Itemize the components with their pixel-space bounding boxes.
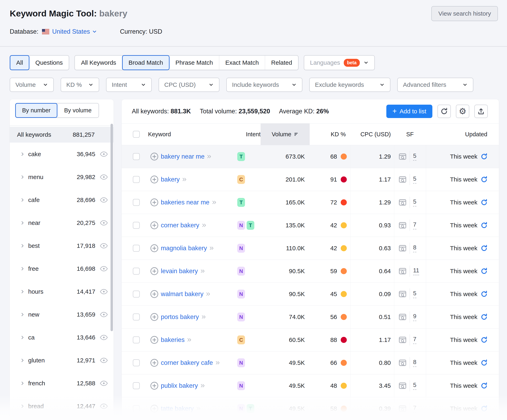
sf-count[interactable]: 9 (413, 313, 416, 321)
add-keyword-icon[interactable] (150, 381, 159, 390)
eye-icon[interactable] (100, 380, 108, 386)
keyword-link[interactable]: bakeries near me (161, 199, 210, 206)
sf-count[interactable]: 5 (413, 175, 416, 183)
refresh-button[interactable] (437, 105, 451, 118)
sf-count[interactable]: 5 (413, 153, 416, 161)
row-checkbox[interactable] (133, 291, 140, 298)
eye-icon[interactable] (100, 312, 108, 317)
double-chevron-right-icon[interactable] (187, 337, 192, 342)
keyword-link[interactable]: bakeries (161, 336, 184, 343)
add-keyword-icon[interactable] (150, 152, 159, 161)
serp-features-icon[interactable] (398, 175, 407, 184)
eye-icon[interactable] (100, 174, 108, 180)
double-chevron-right-icon[interactable] (196, 406, 201, 411)
eye-icon[interactable] (100, 151, 108, 157)
sidebar-group-near[interactable]: near 20,275 (10, 211, 113, 234)
double-chevron-right-icon[interactable] (201, 315, 206, 319)
sidebar-group-gluten[interactable]: gluten 12,971 (10, 349, 113, 372)
eye-icon[interactable] (100, 335, 108, 340)
chevron-right-icon[interactable] (20, 266, 25, 271)
row-checkbox[interactable] (133, 245, 140, 252)
column-header-volume[interactable]: Volume (261, 124, 310, 145)
double-chevron-right-icon[interactable] (182, 177, 187, 182)
chevron-right-icon[interactable] (20, 381, 25, 386)
row-checkbox[interactable] (133, 359, 140, 366)
add-keyword-icon[interactable] (150, 290, 159, 298)
serp-features-icon[interactable] (398, 358, 407, 367)
sf-count[interactable]: 8 (413, 359, 416, 367)
sidebar-group-cake[interactable]: cake 36,945 (10, 143, 113, 166)
refresh-metrics-icon[interactable] (480, 313, 488, 321)
sf-count[interactable]: 5 (413, 382, 416, 390)
chevron-right-icon[interactable] (20, 335, 25, 340)
sidebar-group-cafe[interactable]: cafe 28,696 (10, 189, 113, 211)
refresh-metrics-icon[interactable] (480, 221, 488, 229)
row-checkbox[interactable] (133, 153, 140, 160)
eye-icon[interactable] (100, 403, 108, 409)
row-checkbox[interactable] (133, 314, 140, 320)
sf-count[interactable]: 7 (413, 405, 416, 413)
serp-features-icon[interactable] (398, 152, 407, 161)
chevron-right-icon[interactable] (20, 358, 25, 363)
column-header-cpc[interactable]: CPC (USD) (350, 124, 394, 145)
sf-count[interactable]: 5 (413, 290, 416, 298)
select-all-checkbox[interactable] (133, 131, 140, 138)
refresh-metrics-icon[interactable] (480, 153, 488, 161)
filter-advanced-filters[interactable]: Advanced filters (397, 78, 473, 92)
add-keyword-icon[interactable] (150, 358, 159, 367)
chevron-right-icon[interactable] (20, 289, 25, 294)
sidebar-tab-by-volume[interactable]: By volume (57, 103, 98, 117)
add-keyword-icon[interactable] (150, 175, 159, 184)
refresh-metrics-icon[interactable] (480, 290, 488, 298)
row-checkbox[interactable] (133, 268, 140, 275)
database-selector[interactable]: United States (52, 28, 97, 35)
refresh-metrics-icon[interactable] (480, 176, 488, 183)
chevron-right-icon[interactable] (20, 152, 25, 157)
tab-broad-match[interactable]: Broad Match (122, 55, 169, 70)
keyword-link[interactable]: corner bakery (161, 222, 199, 229)
add-keyword-icon[interactable] (150, 404, 159, 413)
eye-icon[interactable] (100, 266, 108, 272)
keyword-link[interactable]: bakery (161, 176, 180, 183)
sidebar-scrollbar[interactable] (111, 124, 113, 331)
chevron-right-icon[interactable] (20, 404, 25, 409)
keyword-link[interactable]: magnolia bakery (161, 245, 207, 252)
tab-all-keywords[interactable]: All Keywords (75, 56, 122, 70)
keyword-link[interactable]: levain bakery (161, 267, 198, 275)
sf-count[interactable]: 8 (413, 244, 416, 252)
serp-features-icon[interactable] (398, 404, 407, 413)
row-checkbox[interactable] (133, 336, 140, 343)
column-header-kd[interactable]: KD % (310, 124, 350, 145)
chevron-right-icon[interactable] (20, 197, 25, 203)
keyword-link[interactable]: walmart bakery (161, 290, 204, 298)
sf-count[interactable]: 11 (413, 267, 419, 275)
column-header-intent[interactable]: Intent (235, 124, 261, 145)
languages-dropdown[interactable]: Languages beta (304, 55, 375, 70)
eye-icon[interactable] (100, 289, 108, 294)
view-search-history-button[interactable]: View search history (431, 6, 498, 21)
tab-questions[interactable]: Questions (29, 56, 69, 70)
column-header-sf[interactable]: SF (394, 124, 426, 145)
row-checkbox[interactable] (133, 176, 140, 183)
filter-cpc-usd[interactable]: CPC (USD) (159, 78, 219, 92)
row-checkbox[interactable] (133, 222, 140, 229)
row-checkbox[interactable] (133, 199, 140, 206)
tab-phrase-match[interactable]: Phrase Match (169, 56, 219, 70)
double-chevron-right-icon[interactable] (202, 223, 207, 228)
serp-features-icon[interactable] (398, 381, 407, 390)
sidebar-group-new[interactable]: new 13,659 (10, 303, 113, 326)
sf-count[interactable]: 7 (413, 336, 416, 344)
serp-features-icon[interactable] (398, 336, 407, 344)
serp-features-icon[interactable] (398, 313, 407, 322)
filter-volume[interactable]: Volume (10, 78, 54, 92)
refresh-metrics-icon[interactable] (480, 267, 488, 275)
keyword-link[interactable]: corner bakery cafe (161, 359, 213, 366)
eye-icon[interactable] (100, 220, 108, 226)
refresh-metrics-icon[interactable] (480, 244, 488, 252)
row-checkbox[interactable] (133, 405, 140, 412)
refresh-metrics-icon[interactable] (480, 382, 488, 390)
eye-icon[interactable] (100, 243, 108, 249)
sidebar-group-bread[interactable]: bread 12,447 (10, 395, 113, 418)
double-chevron-right-icon[interactable] (200, 269, 205, 273)
tab-all[interactable]: All (10, 55, 29, 70)
